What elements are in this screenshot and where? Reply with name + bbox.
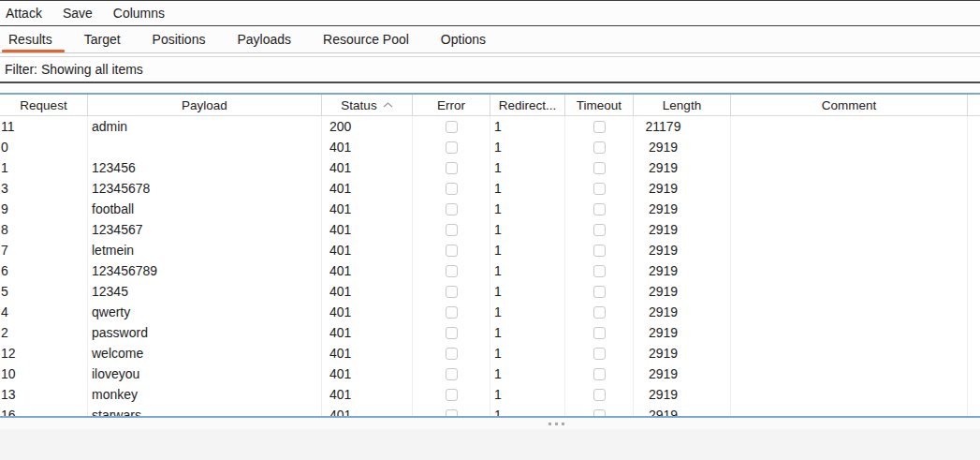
table-row[interactable]: 2 password 401 1 2919 bbox=[0, 322, 980, 343]
table-row[interactable]: 3 12345678 401 1 2919 bbox=[0, 178, 980, 199]
cell-timeout bbox=[565, 199, 634, 219]
cell-gutter bbox=[968, 405, 980, 416]
column-header-request-label: Request bbox=[20, 98, 66, 112]
cell-timeout bbox=[565, 364, 634, 384]
cell-status: 401 bbox=[322, 405, 413, 416]
cell-length: 2919 bbox=[634, 405, 731, 416]
table-row[interactable]: 10 iloveyou 401 1 2919 bbox=[0, 364, 980, 384]
cell-request: 10 bbox=[0, 364, 88, 384]
cell-request: 13 bbox=[0, 384, 88, 405]
table-row[interactable]: 6 123456789 401 1 2919 bbox=[0, 260, 980, 281]
cell-timeout bbox=[565, 302, 634, 322]
cell-payload: letmein bbox=[88, 240, 322, 260]
cell-timeout bbox=[565, 240, 634, 260]
cell-redirect: 1 bbox=[490, 302, 565, 322]
timeout-checkbox bbox=[593, 286, 606, 298]
table-row[interactable]: 11 admin 200 1 21179 bbox=[0, 116, 980, 137]
cell-gutter bbox=[968, 240, 980, 260]
cell-redirect: 1 bbox=[490, 405, 565, 416]
tab-target[interactable]: Target bbox=[68, 26, 137, 52]
cell-payload: 12345678 bbox=[88, 178, 322, 199]
cell-comment bbox=[731, 199, 968, 219]
tab-positions[interactable]: Positions bbox=[137, 26, 222, 52]
column-header-request[interactable]: Request bbox=[0, 95, 88, 115]
menu-save[interactable]: Save bbox=[52, 6, 103, 21]
menu-bar: Attack Save Columns bbox=[0, 1, 980, 26]
cell-redirect: 1 bbox=[490, 281, 565, 302]
cell-status: 401 bbox=[322, 240, 413, 260]
filter-bar[interactable]: Filter: Showing all items bbox=[0, 56, 980, 83]
cell-request: 1 bbox=[0, 157, 88, 178]
tab-options[interactable]: Options bbox=[425, 26, 502, 52]
cell-status: 401 bbox=[322, 178, 413, 199]
timeout-checkbox bbox=[593, 389, 606, 401]
cell-status: 401 bbox=[322, 219, 413, 240]
cell-error bbox=[413, 137, 490, 157]
timeout-checkbox bbox=[593, 348, 606, 360]
table-row[interactable]: 7 letmein 401 1 2919 bbox=[0, 240, 980, 260]
cell-timeout bbox=[565, 137, 634, 157]
cell-redirect: 1 bbox=[490, 178, 565, 199]
cell-error bbox=[413, 260, 490, 281]
cell-length: 2919 bbox=[634, 364, 731, 384]
cell-gutter bbox=[968, 116, 980, 137]
tab-resource-pool[interactable]: Resource Pool bbox=[307, 26, 425, 52]
table-row[interactable]: 8 1234567 401 1 2919 bbox=[0, 219, 980, 240]
column-header-comment-label: Comment bbox=[822, 98, 877, 112]
cell-request: 11 bbox=[0, 116, 88, 137]
column-header-comment[interactable]: Comment bbox=[731, 95, 968, 115]
column-header-length[interactable]: Length bbox=[634, 95, 731, 115]
cell-timeout bbox=[565, 260, 634, 281]
error-checkbox bbox=[446, 389, 458, 401]
table-row[interactable]: 9 football 401 1 2919 bbox=[0, 199, 980, 219]
cell-error bbox=[413, 322, 490, 343]
cell-comment bbox=[731, 281, 968, 302]
column-header-timeout[interactable]: Timeout bbox=[565, 95, 634, 115]
cell-payload: football bbox=[88, 199, 322, 219]
tab-payloads[interactable]: Payloads bbox=[221, 26, 307, 52]
tab-results[interactable]: Results bbox=[0, 26, 68, 52]
cell-error bbox=[413, 157, 490, 178]
cell-status: 401 bbox=[322, 281, 413, 302]
cell-gutter bbox=[968, 219, 980, 240]
cell-redirect: 1 bbox=[490, 384, 565, 405]
column-header-error[interactable]: Error bbox=[413, 95, 490, 115]
tab-positions-label: Positions bbox=[153, 32, 206, 47]
cell-gutter bbox=[968, 178, 980, 199]
column-header-error-label: Error bbox=[437, 98, 465, 112]
table-row[interactable]: 16 starwars 401 1 2919 bbox=[0, 405, 980, 416]
table-row[interactable]: 12 welcome 401 1 2919 bbox=[0, 343, 980, 364]
cell-comment bbox=[731, 116, 968, 137]
column-header-payload[interactable]: Payload bbox=[88, 95, 322, 115]
menu-attack[interactable]: Attack bbox=[0, 6, 52, 21]
cell-gutter bbox=[968, 199, 980, 219]
cell-error bbox=[413, 384, 490, 405]
column-header-status[interactable]: Status bbox=[322, 95, 413, 115]
cell-comment bbox=[731, 219, 968, 240]
cell-error bbox=[413, 219, 490, 240]
cell-redirect: 1 bbox=[490, 364, 565, 384]
cell-payload: starwars bbox=[88, 405, 322, 416]
timeout-checkbox bbox=[593, 162, 606, 174]
table-row[interactable]: 5 12345 401 1 2919 bbox=[0, 281, 980, 302]
cell-comment bbox=[731, 157, 968, 178]
cell-payload: monkey bbox=[88, 384, 322, 405]
table-row[interactable]: 0 401 1 2919 bbox=[0, 137, 980, 157]
cell-comment bbox=[731, 137, 968, 157]
error-checkbox bbox=[446, 141, 458, 154]
menu-columns[interactable]: Columns bbox=[103, 6, 175, 21]
cell-gutter bbox=[968, 343, 980, 364]
cell-length: 2919 bbox=[634, 322, 731, 343]
cell-request: 16 bbox=[0, 405, 88, 416]
table-row[interactable]: 4 qwerty 401 1 2919 bbox=[0, 302, 980, 322]
column-header-status-label: Status bbox=[341, 98, 376, 112]
cell-payload: password bbox=[88, 322, 322, 343]
cell-comment bbox=[731, 178, 968, 199]
cell-payload: iloveyou bbox=[88, 364, 322, 384]
cell-redirect: 1 bbox=[490, 157, 565, 178]
column-header-redirect[interactable]: Redirect... bbox=[490, 95, 565, 115]
table-row[interactable]: 1 123456 401 1 2919 bbox=[0, 157, 980, 178]
cell-request: 8 bbox=[0, 219, 88, 240]
pane-splitter[interactable] bbox=[0, 418, 980, 429]
table-row[interactable]: 13 monkey 401 1 2919 bbox=[0, 384, 980, 405]
